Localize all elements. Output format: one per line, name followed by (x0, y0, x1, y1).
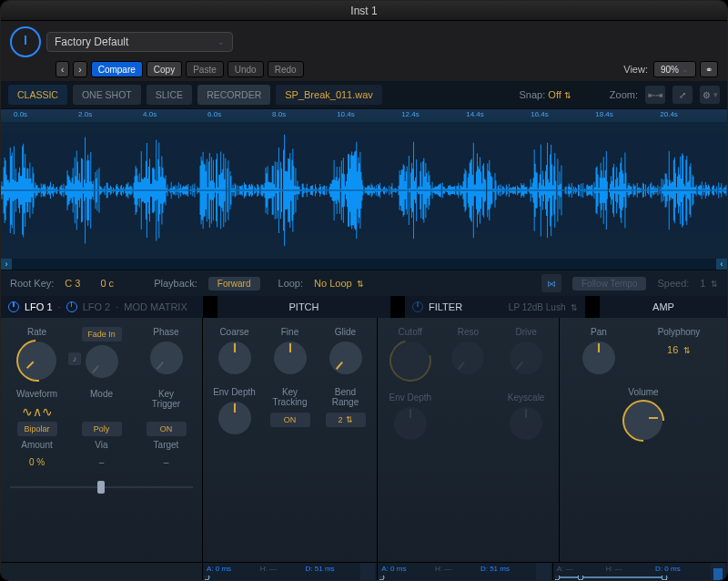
filter-env-depth-label: Env Depth (389, 392, 431, 403)
amount-slider-thumb[interactable] (97, 481, 105, 494)
via-value[interactable]: – (99, 457, 105, 468)
envelope-editors: A: 0 msH: —D: 51 msVel S: —AD ⇅R: —% A: … (1, 562, 727, 581)
copy-button[interactable]: Copy (147, 61, 182, 77)
tab-recorder[interactable]: RECORDER (197, 85, 270, 105)
flex-icon[interactable]: ⋈ (541, 274, 561, 292)
cents-value[interactable]: 0 c (100, 278, 114, 289)
filter-power-icon[interactable] (412, 301, 423, 312)
prev-preset-button[interactable]: ‹ (56, 61, 69, 77)
preset-name: Factory Default (55, 36, 128, 48)
bipolar-button[interactable]: Bipolar (17, 422, 57, 436)
bend-range-value[interactable]: 2 ⇅ (326, 413, 366, 427)
pan-knob[interactable] (582, 341, 615, 374)
fade-knob[interactable] (86, 345, 118, 378)
velocity-slider[interactable] (360, 563, 375, 581)
via-label: Via (95, 440, 107, 451)
rate-sync-icon[interactable]: ♪ (68, 352, 81, 365)
loop-label: Loop: (278, 278, 304, 289)
snap-control[interactable]: Snap: Off⇅ (520, 89, 571, 100)
lfo-mode-button[interactable]: Poly (82, 422, 122, 436)
section-amp-label: AMP (652, 301, 674, 312)
drive-label: Drive (515, 327, 536, 338)
cutoff-knob[interactable] (391, 341, 430, 380)
phase-label: Phase (153, 327, 178, 338)
phase-knob[interactable] (150, 341, 183, 374)
polyphony-value[interactable]: 16 ⇅ (667, 344, 691, 355)
lfo1-power-icon[interactable] (8, 301, 19, 312)
glide-knob[interactable] (329, 341, 362, 374)
horizontal-scrollbar[interactable]: › ‹ (1, 259, 727, 270)
window-titlebar: Inst 1 (1, 1, 727, 21)
follow-tempo-button[interactable]: Follow Tempo (572, 277, 647, 290)
section-header-row: LFO 1 · LFO 2 · MOD MATRIX PITCH FILTER … (1, 296, 727, 318)
amount-label: Amount (21, 440, 52, 451)
key-trigger-button[interactable]: ON (147, 422, 187, 436)
power-button[interactable] (10, 26, 41, 57)
fine-knob[interactable] (274, 341, 307, 374)
waveform-display[interactable]: 0.0s2.0s4.0s6.0s8.0s10.4s12.4s14.4s16.4s… (1, 108, 727, 270)
coarse-knob[interactable] (218, 341, 251, 374)
scroll-left-button[interactable]: › (1, 259, 12, 270)
svg-point-8 (662, 576, 667, 580)
pitch-envelope[interactable]: A: 0 msH: —D: 51 msVel S: —AD ⇅R: —% (203, 563, 378, 581)
amount-value[interactable]: 0 % (29, 457, 45, 468)
lfo-spacer (1, 563, 203, 581)
preset-selector[interactable]: Factory Default ⌄ (46, 32, 233, 52)
velocity-slider[interactable] (536, 563, 551, 581)
filter-type-select[interactable]: LP 12dB Lush ⇅ (509, 302, 578, 312)
velocity-slider[interactable] (711, 563, 725, 581)
filter-envelope[interactable]: A: 0 msH: —D: 51 msVel S: 0.00 %ADSR ⇅R:… (378, 563, 552, 581)
tab-lfo1[interactable]: LFO 1 (25, 301, 53, 312)
rate-label: Rate (27, 327, 46, 338)
playback-direction[interactable]: Forward (208, 277, 260, 290)
glide-label: Glide (335, 327, 356, 338)
panels: Rate Fade In Phase ♪ Waveform ∿∧∿ B (1, 318, 727, 562)
undo-button[interactable]: Undo (228, 61, 264, 77)
fade-in-button[interactable]: Fade In (82, 327, 122, 341)
next-preset-button[interactable]: › (73, 61, 86, 77)
tab-one-shot[interactable]: ONE SHOT (73, 85, 141, 105)
key-tracking-button[interactable]: ON (270, 413, 310, 427)
reso-knob[interactable] (451, 341, 484, 374)
svg-point-3 (379, 576, 384, 580)
volume-knob[interactable] (624, 402, 662, 440)
amp-envelope[interactable]: A: —H: —D: 0 msVel S: 100.0 %ADSR ⇅R: 13… (553, 563, 727, 581)
loop-mode[interactable]: No Loop ⇅ (314, 278, 364, 289)
pan-label: Pan (591, 327, 607, 338)
zoom-fit-icon[interactable]: ⇤⇥ (645, 86, 665, 104)
keyscale-knob[interactable] (510, 407, 542, 440)
gear-icon[interactable]: ⚙▾ (700, 86, 720, 104)
speed-value[interactable]: 1 ⇅ (700, 278, 718, 289)
tab-mod-matrix[interactable]: MOD MATRIX (124, 301, 187, 312)
key-trigger-label: Key Trigger (152, 389, 180, 409)
playback-row: Root Key: C 3 0 c Playback: Forward Loop… (1, 270, 727, 296)
svg-point-7 (578, 576, 583, 580)
paste-button[interactable]: Paste (186, 61, 224, 77)
drive-knob[interactable] (510, 341, 542, 374)
redo-button[interactable]: Redo (268, 61, 304, 77)
lfo2-power-icon[interactable] (66, 301, 77, 312)
chevron-down-icon: ⌄ (217, 37, 225, 46)
section-filter-label: FILTER (429, 301, 462, 312)
speed-label: Speed: (657, 278, 689, 289)
view-zoom-select[interactable]: 90%⌄ (653, 61, 696, 77)
scroll-right-button[interactable]: ‹ (716, 259, 727, 270)
svg-point-1 (205, 576, 209, 580)
rate-knob[interactable] (18, 341, 56, 380)
tab-classic[interactable]: CLASSIC (8, 85, 67, 105)
filter-env-depth-knob[interactable] (394, 407, 427, 440)
bend-range-label: Bend Range (332, 387, 359, 407)
waveform-icon[interactable]: ∿∧∿ (22, 403, 53, 420)
playback-label: Playback: (154, 278, 197, 289)
compare-button[interactable]: Compare (91, 61, 143, 77)
pitch-env-depth-knob[interactable] (218, 402, 251, 434)
root-key-value[interactable]: C 3 (65, 278, 80, 289)
keyscale-label: Keyscale (508, 392, 545, 403)
env-depth-label: Env Depth (213, 387, 256, 398)
target-value[interactable]: – (164, 457, 169, 468)
link-icon[interactable]: ⚭ (700, 61, 718, 77)
zoom-tool-icon[interactable]: ⤢ (672, 86, 693, 104)
tab-slice[interactable]: SLICE (147, 85, 192, 105)
sample-filename[interactable]: SP_Break_011.wav (276, 85, 382, 105)
tab-lfo2[interactable]: LFO 2 (83, 301, 111, 312)
